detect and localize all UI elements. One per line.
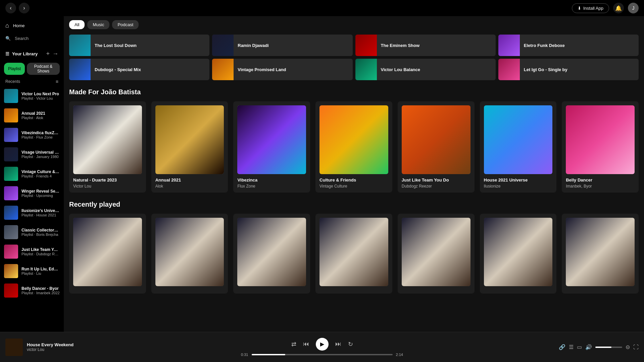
- music-card-thumb: [484, 105, 553, 174]
- library-item-subtitle: Playlist · Friends 4: [21, 174, 60, 178]
- previous-button[interactable]: ⏮: [303, 341, 309, 348]
- library-item-title: Classic Collectors Box: [21, 228, 60, 232]
- library-item[interactable]: Victor Lou Next Pro Playlist · Victor Lo…: [0, 86, 64, 106]
- featured-card-title: Vintage Promised Land: [238, 67, 286, 72]
- next-button[interactable]: ⏭: [335, 341, 341, 348]
- expand-library-button[interactable]: →: [52, 50, 58, 57]
- music-card-title: Vibezinca: [237, 177, 306, 183]
- recent-card[interactable]: [233, 214, 310, 294]
- repeat-button[interactable]: ↻: [348, 341, 353, 348]
- music-card-title: House 2021 Universe: [484, 177, 553, 183]
- featured-thumb: [355, 59, 377, 80]
- progress-bar[interactable]: [252, 354, 393, 355]
- player-bar: House Every Weekend victor Lou ⇄ ⏮ ▶ ⏭ ↻…: [0, 332, 644, 362]
- music-card[interactable]: House 2021 Universe Ilusionize: [480, 101, 557, 193]
- made-for-cards-row: Natural - Duarte 2023 Victor Lou Annual …: [69, 101, 639, 193]
- library-item-title: Ilusionize's Universe: [21, 208, 60, 213]
- music-card[interactable]: Vibezinca Flux Zone: [233, 101, 310, 193]
- pip-button[interactable]: ⊝: [626, 344, 630, 350]
- recent-card[interactable]: [562, 214, 639, 294]
- volume-button[interactable]: 🔊: [585, 344, 592, 350]
- library-thumb: [4, 206, 18, 220]
- filter-tab-podcast[interactable]: Podcast & Shows: [27, 63, 60, 75]
- play-pause-button[interactable]: ▶: [316, 338, 329, 351]
- library-item-title: Victor Lou Next Pro: [21, 92, 60, 96]
- screen-button[interactable]: ▭: [577, 344, 582, 350]
- music-card-thumb: [319, 105, 388, 174]
- library-item-title: Winger Reveal Seven: [21, 189, 60, 194]
- shuffle-button[interactable]: ⇄: [291, 341, 296, 348]
- music-card-subtitle: Vintage Culture: [319, 184, 388, 189]
- featured-thumb: [69, 59, 91, 80]
- sidebar-home-label: Home: [13, 23, 25, 28]
- recent-card-thumb: [484, 218, 553, 287]
- music-card-title: Natural - Duarte 2023: [73, 177, 142, 183]
- library-thumb: [4, 264, 18, 278]
- featured-card[interactable]: Let Igt Go - Single by: [498, 59, 639, 80]
- library-item[interactable]: Just Like Team You Do Playlist · Dubdogz…: [0, 242, 64, 261]
- library-item[interactable]: Ilusionize's Universe Playlist · House 2…: [0, 203, 64, 222]
- add-library-button[interactable]: +: [46, 50, 50, 57]
- featured-card[interactable]: Eletro Funk Deboxe: [498, 35, 639, 56]
- avatar[interactable]: J: [628, 3, 639, 13]
- install-app-button[interactable]: ⬇ Install App: [572, 3, 609, 13]
- recent-card-thumb: [566, 218, 635, 287]
- recent-card[interactable]: [69, 214, 146, 294]
- fullscreen-button[interactable]: ⛶: [633, 344, 639, 350]
- recent-card[interactable]: [398, 214, 475, 294]
- volume-bar[interactable]: [595, 347, 622, 348]
- list-view-icon[interactable]: ≡: [56, 79, 58, 84]
- featured-card[interactable]: The Lost Soul Down: [69, 35, 209, 56]
- content-tab-music[interactable]: Music: [87, 20, 109, 29]
- queue-button[interactable]: ☰: [569, 344, 574, 350]
- library-item[interactable]: Run It Up Liu, Edson Faiolli Playlist · …: [0, 261, 64, 281]
- recent-card[interactable]: [315, 214, 392, 294]
- nav-forward-button[interactable]: ›: [19, 3, 30, 13]
- library-item-title: Vintage Culture & Friends: [21, 169, 60, 174]
- music-card[interactable]: Just Like Team You Do Dubdogz Reezer: [398, 101, 475, 193]
- library-item[interactable]: Vintage Culture & Friends Playlist · Fri…: [0, 164, 64, 184]
- filter-tab-playlist[interactable]: Playlist: [4, 63, 25, 75]
- library-icon: ☰: [5, 51, 9, 56]
- music-card-thumb: [566, 105, 635, 174]
- featured-card-title: The Lost Soul Down: [95, 43, 137, 48]
- content-tab-all[interactable]: All: [69, 20, 85, 29]
- featured-card-title: Eletro Funk Deboxe: [524, 43, 565, 48]
- made-for-section: Made For João Batista Natural - Duarte 2…: [64, 83, 644, 195]
- featured-card[interactable]: Dubdogz - Special Mix: [69, 59, 209, 80]
- featured-card-title: Ramin Djawadi: [238, 43, 268, 48]
- featured-card[interactable]: Vintage Promised Land: [212, 59, 352, 80]
- music-card[interactable]: Natural - Duarte 2023 Victor Lou: [69, 101, 146, 193]
- featured-card[interactable]: Victor Lou Balance: [355, 59, 496, 80]
- music-card[interactable]: Culture & Friends Vintage Culture: [315, 101, 392, 193]
- avatar-letter: J: [632, 5, 635, 11]
- library-item[interactable]: Annual 2021 Playlist · Alok: [0, 106, 64, 125]
- music-card-title: Annual 2021: [155, 177, 224, 183]
- library-header: ☰ Your Library + →: [0, 47, 64, 61]
- library-thumb: [4, 89, 18, 103]
- featured-thumb: [69, 35, 91, 56]
- library-item-subtitle: Playlist · Alok: [21, 116, 60, 120]
- sidebar-item-search[interactable]: 🔍 Search: [0, 33, 64, 44]
- sidebar-item-home[interactable]: ⌂ Home: [0, 19, 64, 33]
- link-button[interactable]: 🔗: [559, 344, 565, 350]
- your-library-label: Your Library: [12, 51, 38, 56]
- library-item[interactable]: Vibezindica fluxZone Playlist · Flux Zon…: [0, 125, 64, 145]
- featured-card[interactable]: Ramin Djawadi: [212, 35, 352, 56]
- recents-row: Recents ≡: [0, 77, 64, 86]
- content-tab-podcast[interactable]: Podcast: [112, 20, 139, 29]
- made-for-title: Made For João Batista: [69, 88, 639, 96]
- featured-card[interactable]: The Eminem Show: [355, 35, 496, 56]
- music-card-thumb: [237, 105, 306, 174]
- recent-card[interactable]: [151, 214, 228, 294]
- nav-back-button[interactable]: ‹: [5, 3, 16, 13]
- notifications-icon[interactable]: 🔔: [613, 3, 624, 13]
- player-controls: ⇄ ⏮ ▶ ⏭ ↻: [291, 338, 353, 351]
- library-item[interactable]: Visage Universal Records Playlist · Janu…: [0, 145, 64, 164]
- recent-card[interactable]: [480, 214, 557, 294]
- library-item[interactable]: Classic Collectors Box Playlist · Boris …: [0, 222, 64, 242]
- library-item[interactable]: Winger Reveal Seven Playlist · Upcoming: [0, 184, 64, 203]
- library-item[interactable]: Belly Dancer - Byor Playlist · Imanbek 2…: [0, 281, 64, 300]
- music-card[interactable]: Annual 2021 Alok: [151, 101, 228, 193]
- music-card[interactable]: Belly Dancer Imanbek, Byor: [562, 101, 639, 193]
